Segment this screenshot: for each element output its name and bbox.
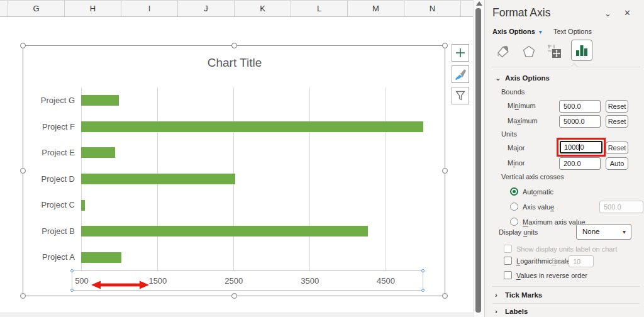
- axis-selection-handle[interactable]: [70, 269, 74, 272]
- bar-project-c[interactable]: [81, 200, 85, 211]
- axis-options-section-header[interactable]: ⌄Axis Options: [495, 74, 550, 82]
- tab-axis-options[interactable]: Axis Options: [492, 28, 535, 35]
- tick-marks-section-header[interactable]: ›Tick Marks: [495, 291, 542, 299]
- logarithmic-scale-checkbox[interactable]: [504, 257, 512, 265]
- axis-value-input: 500.0: [599, 201, 643, 213]
- column-header-h[interactable]: H: [65, 1, 121, 16]
- pane-separator: [492, 303, 640, 304]
- automatic-radio-label[interactable]: Automatic: [523, 188, 553, 196]
- labels-section-header[interactable]: ›Labels: [495, 308, 528, 315]
- fill-line-icon[interactable]: [494, 42, 513, 61]
- chart-elements-button[interactable]: [452, 44, 469, 62]
- major-unit-label: Major: [508, 144, 525, 152]
- paintbrush-icon: [454, 68, 467, 81]
- major-unit-reset-button[interactable]: Reset: [606, 142, 628, 154]
- display-units-dropdown[interactable]: None▾: [576, 224, 631, 240]
- chart-title[interactable]: Chart Title: [23, 56, 446, 70]
- pane-title: Format Axis: [492, 6, 550, 19]
- bar-project-f[interactable]: [81, 121, 423, 132]
- chart-filters-button[interactable]: [452, 87, 469, 104]
- scroll-up-arrow-icon[interactable]: [476, 1, 482, 6]
- category-label: Project B: [23, 218, 75, 245]
- vertical-scrollbar[interactable]: [473, 0, 484, 317]
- maximum-label: Maximum: [508, 117, 538, 125]
- major-unit-red-highlight: 10000: [557, 138, 606, 157]
- chart-resize-handle[interactable]: [442, 168, 448, 174]
- maximum-axis-value-radio[interactable]: [510, 218, 518, 226]
- log-base-input: 10: [569, 255, 594, 267]
- funnel-icon: [455, 90, 466, 101]
- size-properties-icon[interactable]: [545, 42, 564, 61]
- axis-value-radio[interactable]: [510, 203, 518, 211]
- log-base-label: Base: [552, 257, 567, 265]
- units-label: Units: [501, 130, 517, 138]
- column-header-i[interactable]: I: [121, 1, 178, 16]
- bar-project-e[interactable]: [81, 147, 115, 158]
- major-unit-annotation-arrow-icon: [91, 280, 149, 290]
- column-header-l[interactable]: L: [291, 1, 348, 16]
- values-reverse-order-checkbox[interactable]: [504, 271, 512, 279]
- category-label: Project D: [23, 166, 75, 192]
- axis-value-radio-label[interactable]: Axis value: [523, 203, 554, 211]
- bar-project-d[interactable]: [81, 174, 235, 184]
- bar-project-g[interactable]: [81, 95, 119, 106]
- chart-resize-handle[interactable]: [20, 168, 26, 174]
- category-label: Project G: [23, 87, 75, 114]
- values-reverse-order-label[interactable]: Values in reverse order: [516, 272, 587, 279]
- column-header-g[interactable]: G: [8, 1, 65, 16]
- category-label: Project A: [23, 244, 75, 270]
- show-display-units-label: Show display units label on chart: [516, 245, 617, 253]
- chart-object[interactable]: Chart Title Project GProject FProject EP…: [23, 45, 445, 296]
- category-label: Project E: [23, 140, 75, 166]
- pane-icon-tabs: [494, 40, 592, 61]
- minimum-reset-button[interactable]: Reset: [606, 100, 628, 113]
- chevron-right-icon: ›: [495, 291, 505, 299]
- chart-resize-handle[interactable]: [20, 43, 26, 48]
- axis-selection-handle[interactable]: [421, 289, 425, 292]
- tab-text-options[interactable]: Text Options: [553, 28, 592, 35]
- x-axis-tick-label: 3500: [295, 276, 325, 286]
- chart-resize-handle[interactable]: [231, 293, 237, 299]
- bar-project-a[interactable]: [81, 252, 121, 263]
- scrollbar-thumb[interactable]: [475, 8, 481, 313]
- chevron-right-icon: ›: [495, 308, 505, 315]
- bar-project-b[interactable]: [81, 226, 368, 236]
- axis-selection-handle[interactable]: [70, 289, 74, 292]
- chevron-down-icon[interactable]: ▾: [539, 28, 542, 35]
- effects-icon[interactable]: [519, 42, 538, 61]
- chart-resize-handle[interactable]: [442, 43, 448, 48]
- column-header-k[interactable]: K: [235, 1, 291, 16]
- category-label: Project F: [23, 114, 75, 140]
- chart-styles-button[interactable]: [452, 65, 469, 83]
- column-header-j[interactable]: J: [178, 1, 235, 16]
- display-units-label: Display units: [499, 228, 538, 236]
- gridline: [386, 87, 386, 270]
- column-header-partial[interactable]: [0, 1, 8, 16]
- chart-resize-handle[interactable]: [442, 293, 448, 299]
- column-header-filler: [461, 1, 473, 16]
- selected-tab-notch: [570, 63, 577, 70]
- chart-resize-handle[interactable]: [20, 293, 26, 299]
- pane-close-icon[interactable]: ✕: [624, 8, 631, 18]
- pane-collapse-chevron-icon[interactable]: ⌄: [604, 9, 611, 18]
- pane-divider: [491, 67, 640, 67]
- minor-unit-input[interactable]: 200.0: [559, 157, 601, 170]
- format-axis-pane: Format Axis ⌄ ✕ Axis Options ▾ Text Opti…: [484, 0, 644, 317]
- minor-unit-auto-button[interactable]: Auto: [606, 157, 628, 170]
- minimum-input[interactable]: 500.0: [559, 100, 601, 113]
- column-header-n[interactable]: N: [404, 1, 461, 16]
- vertical-axis-crosses-label: Vertical axis crosses: [501, 173, 564, 181]
- chart-resize-handle[interactable]: [231, 43, 237, 48]
- axis-options-chart-icon[interactable]: [571, 40, 592, 61]
- minimum-label: Minimum: [508, 102, 536, 109]
- maximum-input[interactable]: 5000.0: [559, 115, 601, 128]
- column-header-m[interactable]: M: [348, 1, 404, 16]
- minor-unit-label: Minor: [508, 159, 525, 167]
- sheet-bottom-edge: [0, 313, 473, 317]
- axis-selection-handle[interactable]: [421, 269, 425, 272]
- automatic-radio[interactable]: [510, 187, 518, 196]
- major-unit-input[interactable]: 10000: [560, 141, 602, 153]
- chevron-down-icon: ▾: [623, 225, 626, 239]
- maximum-reset-button[interactable]: Reset: [606, 115, 628, 128]
- x-axis-tick-label: 2500: [219, 276, 249, 286]
